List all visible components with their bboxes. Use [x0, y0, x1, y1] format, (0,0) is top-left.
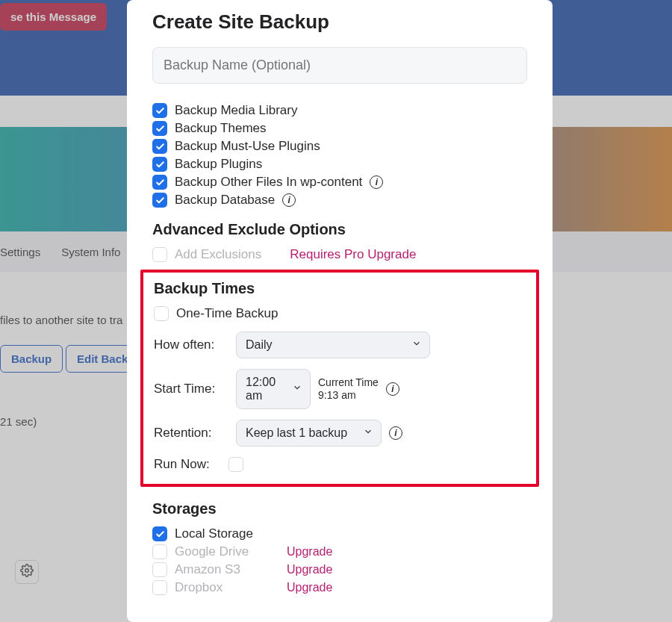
info-icon[interactable]: i	[389, 426, 402, 440]
checkbox-mu-plugins-label: Backup Must-Use Plugins	[175, 139, 320, 154]
svg-point-0	[25, 569, 29, 573]
check-icon	[155, 160, 165, 170]
upgrade-link-s3[interactable]: Upgrade	[287, 563, 332, 576]
checkbox-media[interactable]	[152, 103, 167, 118]
run-now-label: Run Now:	[154, 457, 221, 472]
current-time-label: Current Time	[318, 376, 379, 389]
checkbox-run-now[interactable]	[228, 457, 243, 472]
how-often-label: How often:	[154, 338, 228, 352]
info-icon[interactable]: i	[370, 175, 383, 189]
check-icon	[155, 529, 165, 539]
how-often-select[interactable]: Daily	[236, 332, 430, 358]
settings-gear-button[interactable]	[15, 560, 39, 584]
check-icon	[155, 178, 165, 187]
dismiss-message-button[interactable]: se this Message	[0, 3, 107, 31]
current-time-value: 9:13 am	[318, 389, 379, 402]
start-time-value: 12:00 am	[246, 376, 289, 402]
create-backup-modal: Create Site Backup Backup Media Library …	[127, 0, 553, 622]
checkbox-database-label: Backup Database	[175, 193, 275, 208]
start-time-label: Start Time:	[154, 382, 228, 396]
checkbox-plugins[interactable]	[152, 157, 167, 172]
check-icon	[155, 142, 165, 152]
checkbox-database[interactable]	[152, 193, 167, 208]
storage-gdrive-label: Google Drive	[175, 544, 279, 559]
checkbox-plugins-label: Backup Plugins	[175, 157, 262, 172]
info-icon[interactable]: i	[386, 382, 399, 396]
chevron-down-icon	[292, 382, 302, 396]
backup-name-input[interactable]	[152, 47, 527, 84]
upgrade-link-gdrive[interactable]: Upgrade	[287, 545, 332, 559]
check-icon	[155, 196, 165, 205]
info-icon[interactable]: i	[282, 193, 296, 207]
requires-pro-link[interactable]: Requires Pro Upgrade	[290, 247, 416, 262]
stat-line: 21 sec)	[0, 415, 37, 428]
checkbox-storage-gdrive	[152, 544, 167, 559]
chevron-down-icon	[411, 338, 422, 352]
retention-label: Retention:	[154, 426, 228, 441]
advanced-exclude-heading: Advanced Exclude Options	[152, 221, 527, 238]
storages-heading: Storages	[152, 500, 527, 517]
add-exclusions-label: Add Exclusions	[175, 247, 261, 262]
backup-button-bg[interactable]: Backup	[0, 345, 63, 373]
one-time-backup-label: One-Time Backup	[176, 306, 278, 321]
backup-times-section: Backup Times One-Time Backup How often: …	[140, 270, 539, 487]
upgrade-link-dropbox[interactable]: Upgrade	[287, 581, 332, 594]
nav-settings[interactable]: Settings	[0, 246, 40, 258]
checkbox-other-wpcontent[interactable]	[152, 175, 167, 190]
checkbox-one-time[interactable]	[154, 306, 169, 321]
nav-system-info[interactable]: System Info	[61, 246, 120, 258]
storage-s3-label: Amazon S3	[175, 562, 279, 577]
chevron-down-icon	[363, 426, 373, 440]
start-time-select[interactable]: 12:00 am	[236, 369, 311, 409]
modal-title: Create Site Backup	[152, 10, 527, 34]
checkbox-themes-label: Backup Themes	[175, 121, 267, 136]
check-icon	[155, 106, 165, 116]
retention-select[interactable]: Keep last 1 backup	[236, 420, 382, 447]
checkbox-mu-plugins[interactable]	[152, 139, 167, 154]
check-icon	[155, 124, 165, 134]
checkbox-storage-s3	[152, 562, 167, 577]
transfer-hint: files to another site to tra	[0, 314, 122, 326]
checkbox-add-exclusions	[152, 247, 167, 262]
checkbox-other-wpcontent-label: Backup Other Files In wp-content	[175, 175, 362, 190]
how-often-value: Daily	[246, 338, 273, 352]
checkbox-storage-dropbox	[152, 580, 167, 595]
backup-times-heading: Backup Times	[154, 280, 526, 297]
storage-dropbox-label: Dropbox	[175, 580, 279, 595]
storage-local-label: Local Storage	[175, 526, 253, 541]
checkbox-media-label: Backup Media Library	[175, 103, 297, 118]
checkbox-themes[interactable]	[152, 121, 167, 136]
gear-icon	[20, 564, 34, 580]
retention-value: Keep last 1 backup	[246, 426, 347, 440]
checkbox-storage-local[interactable]	[152, 526, 167, 541]
